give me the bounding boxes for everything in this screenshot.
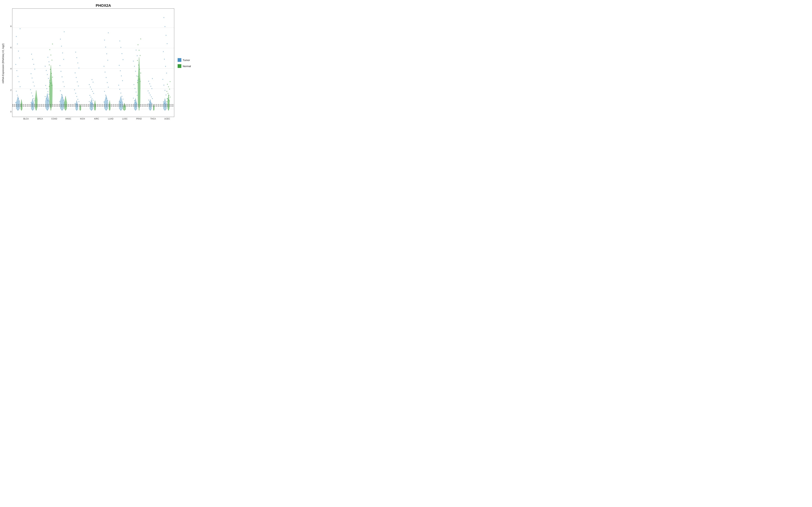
- svg-rect-213: [151, 97, 152, 97]
- svg-rect-128: [92, 91, 93, 92]
- svg-rect-18: [18, 81, 19, 82]
- svg-rect-75: [49, 49, 50, 50]
- svg-rect-199: [140, 55, 140, 56]
- svg-rect-133: [92, 79, 92, 80]
- svg-rect-15: [17, 95, 18, 96]
- svg-rect-216: [148, 91, 148, 91]
- svg-rect-238: [166, 35, 166, 36]
- svg-rect-25: [16, 36, 16, 37]
- svg-rect-171: [119, 41, 120, 41]
- svg-rect-143: [108, 87, 109, 88]
- svg-rect-17: [20, 87, 20, 87]
- svg-rect-101: [75, 103, 75, 104]
- svg-rect-221: [152, 78, 153, 79]
- svg-rect-55: [48, 91, 48, 92]
- y-axis-label: mRNA Expression (RNASeq V2, log2): [2, 44, 4, 83]
- chart-title: PHOX2A: [5, 2, 201, 8]
- svg-rect-102: [79, 101, 79, 102]
- svg-rect-35: [32, 96, 33, 96]
- legend-label-tumor: Tumor: [183, 59, 190, 61]
- svg-rect-152: [108, 33, 109, 33]
- x-label-prad: PRAD: [132, 118, 146, 120]
- svg-rect-63: [49, 61, 49, 62]
- svg-rect-51: [47, 100, 48, 101]
- svg-rect-166: [120, 70, 120, 71]
- svg-rect-84: [61, 94, 62, 95]
- x-label-lusc: LUSC: [118, 118, 132, 120]
- svg-rect-187: [134, 66, 135, 67]
- svg-rect-164: [122, 80, 123, 81]
- svg-rect-150: [105, 47, 106, 48]
- svg-rect-215: [149, 93, 150, 94]
- svg-rect-31: [32, 103, 33, 104]
- svg-rect-145: [106, 77, 106, 78]
- svg-rect-83: [62, 97, 63, 98]
- legend-box-tumor: [177, 58, 181, 62]
- svg-rect-14: [18, 98, 19, 99]
- svg-rect-231: [164, 85, 164, 86]
- svg-rect-50: [48, 101, 49, 101]
- svg-rect-113: [77, 57, 77, 58]
- svg-rect-44: [32, 59, 33, 60]
- svg-rect-104: [77, 96, 77, 97]
- svg-rect-39: [33, 82, 34, 82]
- svg-rect-159: [123, 99, 123, 100]
- svg-rect-129: [91, 89, 92, 90]
- svg-rect-92: [62, 53, 63, 53]
- svg-rect-219: [149, 83, 150, 84]
- svg-rect-190: [136, 50, 136, 51]
- svg-rect-212: [152, 98, 153, 99]
- x-label-kirc: KIRC: [90, 118, 104, 120]
- svg-rect-180: [137, 95, 138, 96]
- svg-rect-197: [138, 65, 139, 65]
- svg-rect-151: [104, 40, 105, 41]
- svg-rect-149: [106, 53, 107, 54]
- svg-rect-124: [92, 98, 92, 99]
- svg-rect-237: [167, 43, 167, 44]
- svg-rect-182: [135, 88, 135, 89]
- svg-rect-121: [90, 102, 91, 103]
- svg-rect-249: [169, 89, 170, 90]
- svg-rect-120: [91, 103, 92, 104]
- svg-rect-179: [133, 98, 134, 99]
- svg-rect-181: [136, 92, 136, 93]
- svg-rect-202: [140, 39, 141, 39]
- svg-rect-126: [90, 95, 90, 96]
- svg-rect-20: [16, 70, 17, 71]
- svg-rect-217: [152, 88, 152, 89]
- svg-rect-147: [104, 66, 104, 67]
- svg-rect-22: [19, 58, 20, 58]
- svg-rect-13: [19, 101, 20, 102]
- svg-rect-192: [140, 81, 140, 82]
- svg-rect-111: [79, 68, 79, 68]
- svg-rect-218: [150, 86, 151, 87]
- svg-rect-66: [52, 85, 52, 86]
- svg-rect-69: [52, 77, 53, 77]
- svg-rect-61: [46, 70, 47, 71]
- svg-rect-37: [30, 89, 31, 90]
- svg-rect-183: [134, 84, 134, 85]
- svg-rect-105: [75, 93, 76, 94]
- svg-rect-34: [33, 98, 34, 99]
- svg-rect-138: [104, 102, 104, 102]
- svg-rect-158: [119, 101, 119, 102]
- svg-rect-54: [49, 94, 49, 95]
- svg-rect-141: [105, 95, 106, 96]
- svg-rect-32: [31, 102, 31, 103]
- chart-container: mRNA Expression (RNASeq V2, log2) PHOX2A…: [2, 2, 201, 125]
- svg-rect-127: [93, 93, 94, 94]
- svg-rect-94: [60, 39, 61, 40]
- svg-rect-82: [63, 100, 64, 101]
- svg-rect-148: [107, 60, 108, 61]
- x-label-blca: BLCA: [19, 118, 33, 120]
- svg-rect-62: [45, 66, 46, 67]
- y-tick-2: 2: [10, 89, 11, 91]
- svg-rect-233: [166, 73, 167, 73]
- svg-rect-91: [63, 59, 64, 60]
- x-label-hnsc: HNSC: [61, 118, 75, 120]
- svg-rect-214: [150, 95, 151, 96]
- svg-rect-68: [49, 80, 50, 81]
- svg-rect-131: [89, 84, 90, 85]
- svg-rect-184: [137, 80, 138, 81]
- svg-rect-235: [164, 59, 165, 60]
